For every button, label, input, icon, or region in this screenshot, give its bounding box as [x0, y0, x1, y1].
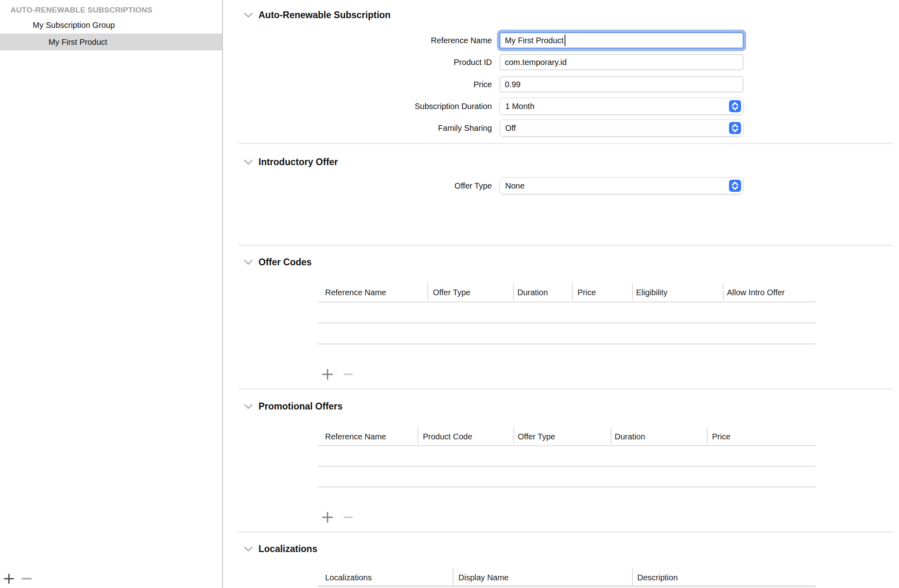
column-header[interactable]: Duration: [615, 431, 645, 442]
family-sharing-popup[interactable]: Off: [500, 120, 744, 136]
column-separator[interactable]: [632, 568, 633, 585]
section-title: Localizations: [258, 544, 317, 554]
column-header[interactable]: Description: [637, 572, 678, 583]
column-header[interactable]: Allow Intro Offer: [727, 287, 785, 298]
column-header[interactable]: Duration: [517, 287, 548, 298]
disclosure-chevron-down-icon[interactable]: [243, 259, 254, 266]
column-separator[interactable]: [611, 427, 611, 444]
reference-name-label: Reference Name: [250, 35, 492, 46]
add-promotional-offer-button[interactable]: [321, 511, 334, 524]
column-header[interactable]: Price: [578, 287, 596, 298]
split-view-divider[interactable]: [222, 0, 223, 588]
table-row[interactable]: [318, 446, 816, 466]
column-header[interactable]: Product Code: [423, 431, 472, 442]
price-value: 0.99: [505, 80, 521, 89]
section-divider: [238, 245, 893, 246]
table-line: [318, 486, 816, 487]
column-separator[interactable]: [707, 427, 708, 444]
subscription-duration-label: Subscription Duration: [250, 101, 492, 111]
column-separator[interactable]: [513, 427, 514, 444]
table-row[interactable]: [318, 466, 816, 486]
sidebar: AUTO-RENEWABLE SUBSCRIPTIONS My Subscrip…: [0, 0, 222, 588]
column-header[interactable]: Localizations: [325, 572, 372, 583]
reference-name-input[interactable]: My First Product: [500, 32, 744, 48]
column-header[interactable]: Offer Type: [433, 287, 471, 298]
popup-stepper-icon: [729, 122, 741, 134]
column-separator[interactable]: [632, 283, 633, 300]
section-header-localizations: Localizations: [243, 544, 317, 554]
column-separator[interactable]: [427, 283, 428, 300]
section-divider: [238, 388, 893, 390]
column-separator[interactable]: [453, 568, 454, 585]
subscription-duration-popup[interactable]: 1 Month: [500, 98, 744, 115]
price-label: Price: [250, 79, 492, 90]
column-header[interactable]: Display Name: [458, 572, 508, 583]
disclosure-chevron-down-icon[interactable]: [243, 403, 254, 410]
section-title: Promotional Offers: [258, 401, 342, 412]
subscription-duration-value: 1 Month: [505, 102, 534, 111]
disclosure-chevron-down-icon[interactable]: [243, 546, 254, 553]
section-header-introductory-offer: Introductory Offer: [243, 157, 338, 168]
sidebar-item-my-first-product[interactable]: My First Product: [0, 34, 222, 50]
product-id-input[interactable]: com.temporary.id: [500, 54, 744, 70]
plus-icon: [321, 368, 334, 380]
add-product-button[interactable]: [2, 572, 15, 585]
column-separator[interactable]: [572, 283, 573, 300]
section-divider: [238, 531, 893, 533]
table-line: [318, 343, 816, 344]
text-caret: [565, 35, 566, 46]
sidebar-item-label: My Subscription Group: [33, 21, 115, 30]
remove-offer-code-button[interactable]: [342, 368, 355, 381]
table-row[interactable]: [318, 323, 816, 343]
offer-type-label: Offer Type: [250, 181, 492, 191]
popup-stepper-icon: [729, 180, 741, 192]
sidebar-toolbar: [0, 571, 222, 588]
column-header[interactable]: Eligibility: [636, 287, 668, 298]
family-sharing-label: Family Sharing: [250, 123, 492, 133]
disclosure-chevron-down-icon[interactable]: [243, 159, 254, 166]
storekit-config-editor: AUTO-RENEWABLE SUBSCRIPTIONS My Subscrip…: [0, 0, 899, 588]
section-title: Introductory Offer: [258, 157, 338, 168]
plus-icon: [321, 511, 334, 523]
column-header[interactable]: Reference Name: [325, 287, 386, 298]
column-separator[interactable]: [723, 283, 724, 300]
plus-icon: [3, 573, 15, 585]
offer-type-value: None: [505, 181, 525, 191]
section-header-promotional-offers: Promotional Offers: [243, 401, 342, 412]
family-sharing-value: Off: [505, 124, 516, 133]
product-id-value: com.temporary.id: [505, 58, 567, 67]
add-offer-code-button[interactable]: [321, 368, 334, 381]
remove-product-button[interactable]: [20, 572, 33, 585]
column-separator[interactable]: [418, 427, 418, 444]
table-line: [318, 585, 816, 587]
column-separator[interactable]: [513, 283, 514, 300]
minus-icon: [21, 573, 33, 585]
popup-stepper-icon: [729, 100, 741, 112]
sidebar-item-label: My First Product: [48, 38, 107, 47]
column-header[interactable]: Reference Name: [325, 431, 386, 442]
column-header[interactable]: Offer Type: [518, 431, 555, 442]
minus-icon: [342, 368, 354, 380]
section-title: Offer Codes: [258, 257, 312, 268]
product-id-label: Product ID: [250, 57, 492, 67]
remove-promotional-offer-button[interactable]: [342, 511, 355, 524]
sidebar-group-header: AUTO-RENEWABLE SUBSCRIPTIONS: [11, 6, 152, 15]
section-header-subscription: Auto-Renewable Subscription: [243, 10, 391, 21]
section-divider: [238, 143, 893, 144]
offer-type-popup[interactable]: None: [500, 177, 744, 194]
reference-name-value: My First Product: [505, 36, 564, 45]
disclosure-chevron-down-icon[interactable]: [243, 12, 254, 19]
sidebar-group-header-row: AUTO-RENEWABLE SUBSCRIPTIONS: [0, 2, 222, 19]
section-header-offer-codes: Offer Codes: [243, 257, 312, 268]
column-header[interactable]: Price: [712, 431, 731, 442]
table-row[interactable]: [318, 302, 816, 322]
section-title: Auto-Renewable Subscription: [258, 10, 391, 21]
sidebar-item-subscription-group[interactable]: My Subscription Group: [0, 17, 222, 34]
price-input[interactable]: 0.99: [500, 76, 744, 92]
minus-icon: [342, 511, 354, 523]
